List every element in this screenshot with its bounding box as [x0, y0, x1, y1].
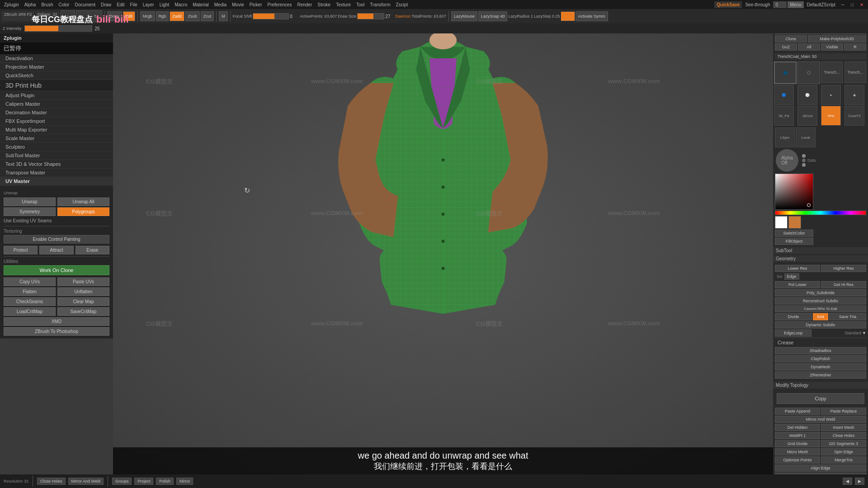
canvert-btn[interactable]: Canvert RFin To Edit [775, 305, 866, 312]
plugin-text3d[interactable]: Text 3D & Vector Shapes [0, 160, 113, 169]
erase-btn[interactable]: Erase [75, 246, 109, 254]
micro-mesh-btn[interactable]: Micro Mesh [775, 448, 820, 455]
hue-slider[interactable] [775, 211, 866, 215]
unwrap-all-btn[interactable]: Unwrap All [57, 197, 109, 206]
menu-alpha[interactable]: Alpha [22, 1, 38, 8]
plugin-decimation[interactable]: Decimation Master [0, 108, 113, 117]
menu-render[interactable]: Render [295, 1, 314, 8]
hpolish-icon[interactable]: hPol [821, 106, 841, 126]
trench-icon-1[interactable]: Trench... [821, 61, 843, 83]
color-picker-gradient[interactable] [775, 174, 813, 210]
polygroups-btn[interactable]: Polygroups [57, 207, 109, 216]
polymesh-simple-icon[interactable]: ⬡ [797, 61, 820, 84]
paste-append-btn[interactable]: Paste Append [775, 408, 820, 415]
modify-topology-header[interactable]: Modify Topology [773, 382, 868, 389]
trenchcoat-main-icon[interactable]: 🧥 [774, 61, 797, 84]
menu-preferences[interactable]: Preferences [265, 1, 294, 8]
drawsize-slider[interactable] [357, 13, 384, 19]
r-btn[interactable]: R [844, 43, 866, 51]
lsym-icon[interactable]: LSym [775, 127, 795, 147]
dropdown-arrow-icon[interactable]: ▼ [862, 331, 866, 335]
plugin-transpose[interactable]: Transpose Master [0, 169, 113, 177]
save-tria-btn[interactable]: Save Tria [829, 313, 866, 320]
plugin-deactivation[interactable]: Deactivation [0, 54, 113, 63]
polish-bottom-btn[interactable]: Polish [156, 478, 174, 485]
focal-slider[interactable] [253, 13, 289, 19]
mirror-bottom-btn[interactable]: Mirror [176, 478, 193, 485]
see-through-value[interactable]: 0 [773, 1, 787, 8]
reconstruct-subdiv-btn[interactable]: Reconstruct Subdiv [775, 297, 866, 305]
del-hidden-btn[interactable]: Del Hidden [775, 424, 820, 431]
gd-segments-btn[interactable]: GD Segments 3 [821, 440, 866, 447]
menu-movie[interactable]: Movie [230, 1, 246, 8]
menu-texture[interactable]: Texture [334, 1, 353, 8]
mergetris-btn[interactable]: MergeTris [821, 456, 866, 464]
quicksave-btn[interactable]: QuickSave [714, 1, 742, 8]
copy-uvs-btn[interactable]: Copy UVs [4, 277, 56, 286]
xmd-btn[interactable]: XMD [4, 317, 109, 326]
dynamesh-btn[interactable]: DynaMesh [775, 363, 866, 371]
align-edge-btn[interactable]: Align Edge [775, 465, 866, 472]
plugin-quicksketch[interactable]: QuickSketch [0, 71, 113, 80]
lower-res-btn[interactable]: Lower Res [775, 265, 820, 272]
default-script[interactable]: DefaultZScript [805, 1, 838, 8]
loadcritmap-btn[interactable]: LoadCritMap [4, 307, 56, 316]
copy-btn[interactable]: Copy [777, 393, 864, 404]
clayball-brush-icon[interactable]: ⚪ [797, 85, 817, 105]
zbrush-to-photoshop-btn[interactable]: ZBrush To Photoshop [4, 327, 109, 336]
mrgb-btn[interactable]: Mrgb [140, 11, 155, 21]
menu-brush[interactable]: Brush [39, 1, 55, 8]
edge-btn[interactable]: Edge [784, 273, 799, 280]
geometry-header[interactable]: Geometry [773, 255, 868, 262]
menu-macro[interactable]: Macro [172, 1, 189, 8]
plugin-fbx[interactable]: FBX ExportImport [0, 117, 113, 126]
attract-btn[interactable]: Attract [39, 246, 73, 254]
activate-symm-btn[interactable] [561, 12, 575, 21]
m-key-btn[interactable]: M [219, 11, 228, 21]
menu-zscipt[interactable]: Zscipt [394, 1, 410, 8]
groups-bottom-btn[interactable]: Groups [112, 478, 132, 485]
activate-symm-label[interactable]: Activate Symm [576, 11, 608, 21]
zintensity-slider[interactable] [24, 25, 92, 32]
claypolish-btn[interactable]: ClayPolish [775, 355, 866, 362]
paste-replace-btn[interactable]: Paste Replace [821, 408, 866, 415]
inflate-brush-icon[interactable]: ● [821, 85, 841, 105]
zsub-btn[interactable]: Zsub [185, 11, 200, 21]
shadowbox-btn[interactable]: ShadowBox [775, 347, 866, 354]
checkseams-btn[interactable]: CheckSeams [4, 297, 56, 306]
make-polymesh-btn[interactable]: Make-PolyMesh3D [808, 35, 866, 42]
weldpts-btn[interactable]: WeldPt 1 [775, 432, 820, 439]
all-btn[interactable]: All [798, 43, 820, 51]
menu-media[interactable]: Media [212, 1, 229, 8]
menu-tool[interactable]: Tool [354, 1, 367, 8]
maximize-btn[interactable]: □ [848, 1, 856, 8]
dynamic-subdiv-btn[interactable]: Dynamic Subdiv [775, 321, 866, 328]
plugin-projection-master[interactable]: Projection Master [0, 63, 113, 71]
clone-btn[interactable]: Clone [775, 35, 807, 42]
menu-zplugin[interactable]: Zplugin [2, 1, 21, 8]
enable-control-painting-btn[interactable]: Enable Control Painting [4, 235, 109, 244]
menu-picker[interactable]: Picker [247, 1, 264, 8]
menu-color[interactable]: Color [57, 1, 72, 8]
local-icon[interactable]: Local [796, 127, 816, 147]
menu-transform[interactable]: Transform [368, 1, 392, 8]
protect-btn[interactable]: Protect [4, 246, 38, 254]
fill-object-btn[interactable]: FillObject [775, 238, 813, 245]
close-holes-btn[interactable]: Close Holes [821, 432, 866, 439]
plugin-3d-print-hub[interactable]: 3D Print Hub [0, 80, 113, 91]
clearmap-btn[interactable]: Clear Map [57, 297, 109, 306]
grid-divide-btn[interactable]: Grid Divide [775, 440, 820, 447]
menu-layer[interactable]: Layer [141, 1, 156, 8]
plugin-subtool[interactable]: SubTool Master [0, 151, 113, 160]
use-existing-seams[interactable]: Use Existing UV Seams [4, 217, 109, 224]
menu-edit[interactable]: Edit [114, 1, 127, 8]
edgeloop-btn[interactable]: EdgeLoop [775, 329, 811, 337]
move-brush-icon[interactable]: 🔵 [774, 85, 794, 105]
minimize-btn[interactable]: ─ [839, 1, 847, 8]
alpha-off-btn[interactable]: AlphaOff [776, 149, 798, 172]
plugin-calipers[interactable]: Calipers Master [0, 100, 113, 108]
menu-light[interactable]: Light [157, 1, 172, 8]
jaccut-icon[interactable]: JACcut [797, 106, 817, 126]
plugin-adjust[interactable]: Adjust Plugin [0, 91, 113, 100]
curvets-icon[interactable]: CurveTS [844, 106, 864, 126]
